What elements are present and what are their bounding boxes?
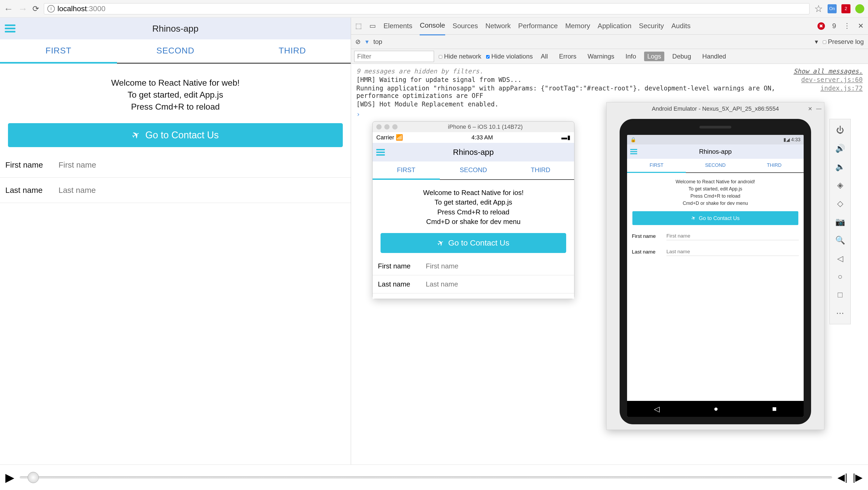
first-name-input[interactable] [59,158,345,172]
forward-button[interactable]: → [18,3,28,14]
ios-tab-second[interactable]: SECOND [440,161,507,179]
android-emulator-toolbar: ⏻ 🔊 🔈 ◈ ◇ 📷 🔍 ◁ ○ □ ⋯ [830,119,851,324]
android-close-icon[interactable]: ✕ [808,105,812,112]
preserve-log-checkbox[interactable]: Preserve log [823,38,864,45]
contact-us-button[interactable]: Go to Contact Us [8,123,343,147]
devtools-pane: ⬚ ▭ Elements Console Sources Network Per… [351,18,868,464]
extension-icon-2[interactable]: 2 [841,4,850,13]
android-back-icon[interactable]: ◁ [654,405,660,414]
dt-tab-application[interactable]: Application [597,17,631,35]
android-recent-icon[interactable]: ■ [772,405,777,413]
android-titlebar: Android Emulator - Nexus_5X_API_25_x86:5… [607,102,824,115]
and-tab-second[interactable]: SECOND [686,159,745,173]
and-first-name-input[interactable] [666,232,799,240]
android-home-icon[interactable]: ● [714,405,718,413]
devtools-menu-icon[interactable]: ⋮ [843,22,850,30]
devtools-tabbar: ⬚ ▭ Elements Console Sources Network Per… [351,18,868,35]
console-filter-input[interactable] [354,51,434,62]
emulator-recent-icon[interactable]: □ [838,290,842,299]
ios-app-title: Rhinos-app [373,148,574,157]
extension-icon-1[interactable]: On [828,4,837,13]
and-last-name-label: Last name [632,249,666,255]
ios-statusbar: Carrier 📶 4:33 AM ▬▮ [373,132,574,143]
rotate-left-icon[interactable]: ◈ [837,180,843,190]
traffic-light-close[interactable] [376,124,382,129]
hide-network-checkbox[interactable]: Hide network [439,53,481,60]
log-line-1: [HMR] Waiting for update signal from WDS… [356,76,801,84]
url-bar[interactable]: i localhost:3000 [44,3,809,14]
dt-tab-audits[interactable]: Audits [671,17,690,35]
scrubber-thumb[interactable] [28,472,39,483]
ios-tab-third[interactable]: THIRD [507,161,574,179]
log-src-2[interactable]: index.js:72 [820,85,863,99]
reload-button[interactable]: ⟳ [32,4,39,13]
and-last-name-input[interactable] [666,248,799,256]
scrubber[interactable] [20,476,832,479]
android-welcome: Welcome to React Native for android! To … [627,173,804,211]
volume-up-icon[interactable]: 🔊 [835,144,845,153]
tab-third[interactable]: THIRD [234,39,351,63]
context-select[interactable]: top [373,38,382,45]
android-device-frame: 🔒 ▮◢ 4:33 Rhinos-app FIRST SECOND THIRD [620,119,811,424]
step-forward-button[interactable]: |▶ [853,472,863,483]
bookmark-star-icon[interactable]: ☆ [814,3,823,14]
ios-welcome: Welcome to React Native for ios! To get … [373,180,574,233]
back-button[interactable]: ← [4,3,13,14]
android-hamburger-icon[interactable] [630,149,637,154]
camera-icon[interactable]: 📷 [835,217,845,226]
traffic-light-min[interactable] [384,124,390,129]
ios-contact-us-button[interactable]: Go to Contact Us [380,233,566,253]
ios-last-name-label: Last name [378,280,426,288]
and-tab-third[interactable]: THIRD [745,159,804,173]
android-statusbar: 🔒 ▮◢ 4:33 [627,135,804,145]
step-back-button[interactable]: ◀| [837,472,847,483]
emulator-back-icon[interactable]: ◁ [837,254,843,263]
level-logs[interactable]: Logs [644,52,664,61]
dt-tab-network[interactable]: Network [485,17,510,35]
tab-second[interactable]: SECOND [117,39,234,63]
extension-icon-3[interactable] [855,4,864,13]
level-all[interactable]: All [538,52,551,61]
android-minimize-icon[interactable]: — [816,105,822,112]
hamburger-icon[interactable] [5,25,16,32]
show-all-link[interactable]: Show all messages. [794,67,863,75]
level-handled[interactable]: Handled [699,52,729,61]
device-toggle-icon[interactable]: ▭ [369,22,376,30]
last-name-input[interactable] [59,183,345,197]
and-tab-first[interactable]: FIRST [627,159,686,173]
browser-toolbar: ← → ⟳ i localhost:3000 ☆ On 2 [0,0,868,18]
volume-down-icon[interactable]: 🔈 [835,162,845,171]
power-icon[interactable]: ⏻ [836,126,844,134]
hide-violations-checkbox[interactable]: Hide violations [486,53,533,60]
more-icon[interactable]: ⋯ [836,308,844,317]
tab-first[interactable]: FIRST [0,39,117,64]
dt-tab-elements[interactable]: Elements [383,17,412,35]
level-info[interactable]: Info [622,52,639,61]
ios-last-name-input[interactable] [426,280,569,288]
android-contact-us-button[interactable]: Go to Contact Us [632,211,798,225]
dt-tab-sources[interactable]: Sources [453,17,478,35]
dt-tab-console[interactable]: Console [420,17,445,35]
log-src-1[interactable]: dev-server.js:60 [801,76,863,84]
play-button[interactable]: ▶ [5,470,14,484]
zoom-icon[interactable]: 🔍 [835,236,845,245]
dt-tab-performance[interactable]: Performance [518,17,558,35]
level-errors[interactable]: Errors [556,52,580,61]
error-badge[interactable]: ✖ [817,22,825,30]
level-warnings[interactable]: Warnings [585,52,618,61]
inspect-icon[interactable]: ⬚ [355,22,362,30]
emulator-home-icon[interactable]: ○ [838,272,842,281]
traffic-light-max[interactable] [392,124,398,129]
dt-tab-memory[interactable]: Memory [565,17,590,35]
ios-tab-first[interactable]: FIRST [373,161,440,180]
battery-icon: ▬▮ [561,134,570,141]
ios-hamburger-icon[interactable] [376,149,385,156]
filter-funnel-icon[interactable]: ▾ [365,38,369,45]
level-debug[interactable]: Debug [669,52,694,61]
info-icon[interactable]: i [47,5,55,12]
dt-tab-security[interactable]: Security [639,17,664,35]
devtools-close-icon[interactable]: ✕ [858,22,864,30]
ios-first-name-input[interactable] [426,262,569,270]
clear-console-icon[interactable]: ⊘ [355,38,361,45]
rotate-right-icon[interactable]: ◇ [837,199,843,208]
